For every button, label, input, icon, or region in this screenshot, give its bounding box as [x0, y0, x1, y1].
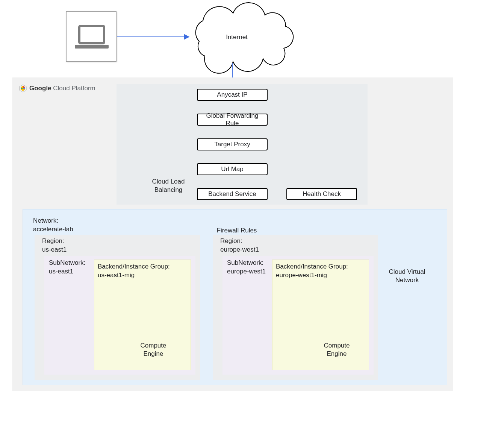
- mig-name-right: europe-west1-mig: [276, 272, 327, 279]
- subnet-name-left: us-east1: [49, 268, 73, 275]
- mig-label-left: Backend/Instance Group: us-east1-mig: [98, 263, 170, 280]
- anycast-ip-box: Anycast IP: [197, 89, 268, 101]
- gcp-title: Google Cloud Platform: [19, 84, 95, 93]
- subnet-key-left: SubNetwork:: [49, 259, 85, 266]
- health-check-box: Health Check: [286, 188, 357, 200]
- region-name-right: europe-west1: [220, 246, 259, 253]
- svg-rect-67: [75, 45, 109, 49]
- internet-label: Internet: [218, 33, 256, 41]
- compute-label-left: Compute Engine: [138, 342, 169, 358]
- forwarding-rule-box: Global Forwarding Rule: [197, 114, 268, 126]
- clb-label: Cloud Load Balancing: [150, 178, 187, 194]
- cvn-label: Cloud Virtual Network: [383, 268, 431, 284]
- subnet-label-right: SubNetwork: europe-west1: [227, 259, 266, 276]
- network-name: accelerate-lab: [33, 226, 73, 233]
- mig-key-right: Backend/Instance Group:: [276, 263, 348, 270]
- mig-key-left: Backend/Instance Group:: [98, 263, 170, 270]
- region-name-left: us-east1: [42, 246, 67, 253]
- backend-service-box: Backend Service: [197, 188, 268, 200]
- region-label-left: Region: us-east1: [42, 237, 67, 254]
- url-map-box: Url Map: [197, 163, 268, 175]
- subnet-key-right: SubNetwork:: [227, 259, 263, 266]
- svg-rect-66: [79, 26, 104, 43]
- region-key-left: Region:: [42, 237, 64, 244]
- laptop-icon: [67, 12, 117, 62]
- gcp-title-rest: Cloud Platform: [53, 85, 95, 92]
- target-proxy-box: Target Proxy: [197, 138, 268, 150]
- subnet-label-left: SubNetwork: us-east1: [49, 259, 85, 276]
- gcp-logo-icon: [19, 84, 27, 93]
- gcp-title-strong: Google: [29, 85, 51, 92]
- subnet-name-right: europe-west1: [227, 268, 266, 275]
- region-label-right: Region: europe-west1: [220, 237, 259, 254]
- firewall-rules-label: Firewall Rules: [210, 226, 263, 235]
- network-label-key: Network:: [33, 217, 58, 224]
- diagram-canvas: Internet Google Cloud Platform Cloud Loa…: [0, 0, 504, 422]
- mig-name-left: us-east1-mig: [98, 272, 135, 279]
- client-laptop-box: [66, 11, 117, 62]
- mig-label-right: Backend/Instance Group: europe-west1-mig: [276, 263, 348, 280]
- compute-label-right: Compute Engine: [321, 342, 353, 358]
- region-key-right: Region:: [220, 237, 242, 244]
- network-label: Network: accelerate-lab: [33, 217, 73, 234]
